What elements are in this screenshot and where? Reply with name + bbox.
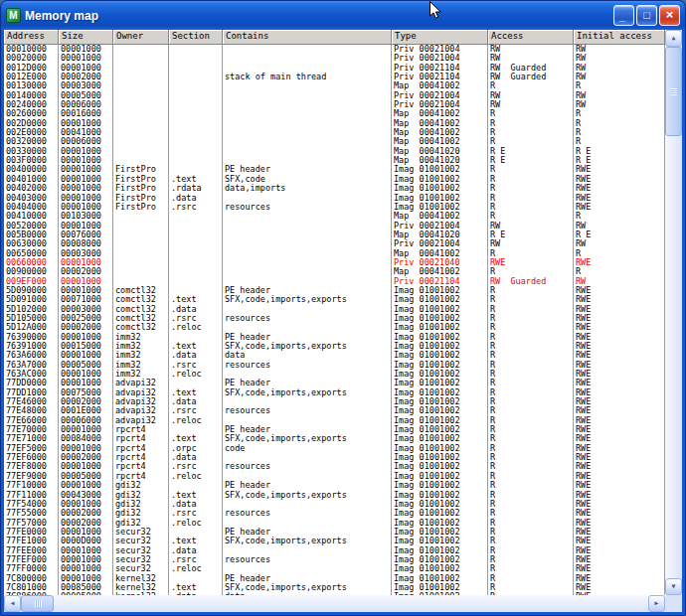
memory-row[interactable]: 7C801000 00085000 kernel32 .text SFX,cod… (4, 583, 665, 592)
memory-row[interactable]: 00260000 00016000 Map 00041002 R R (4, 109, 665, 118)
cell-type: Map 00041020 (392, 147, 488, 156)
cell-contains (223, 239, 392, 248)
column-header-address[interactable]: Address (4, 30, 59, 45)
cell-size: 00008000 (59, 239, 113, 248)
scroll-left-icon[interactable]: ◀ (4, 595, 21, 612)
cell-owner (113, 239, 169, 248)
column-header-owner[interactable]: Owner (113, 30, 169, 45)
memory-row[interactable]: 002E0000 00041000 Map 00041002 R R (4, 128, 665, 137)
memory-row[interactable]: 00410000 00103000 Map 00041002 R R (4, 212, 665, 221)
memory-row[interactable]: 77E70000 00001000 rpcrt4 PE header Imag … (4, 425, 665, 434)
scroll-right-icon[interactable]: ▶ (648, 595, 665, 612)
memory-row[interactable]: 77DD1000 00075000 advapi32 .text SFX,cod… (4, 388, 665, 397)
cell-section (169, 249, 223, 258)
memory-row[interactable]: 00020000 00001000 Priv 00021004 RW RW (4, 54, 665, 63)
memory-row[interactable]: 00400000 00001000 FirstPro PE header Ima… (4, 165, 665, 174)
cell-type: Imag 01001002 (392, 361, 488, 370)
horizontal-scrollbar-thumb[interactable] (21, 595, 54, 612)
memory-row[interactable]: 77EF9000 00005000 rpcrt4 .reloc Imag 010… (4, 472, 665, 481)
memory-row[interactable]: 00401000 00001000 FirstPro .text SFX,cod… (4, 175, 665, 184)
column-header-contains[interactable]: Contains (223, 30, 392, 45)
cell-size: 00001000 (59, 119, 113, 128)
memory-row[interactable]: 77EF8000 00001000 rpcrt4 .rsrc resources… (4, 462, 665, 471)
memory-row[interactable]: 5D12A000 00002000 comctl32 .reloc Imag 0… (4, 323, 665, 332)
memory-row[interactable]: 00320000 00006000 Map 00041002 R R (4, 137, 665, 146)
memory-row[interactable]: 00010000 00001000 Priv 00021004 RW RW (4, 45, 665, 54)
column-header-size[interactable]: Size (59, 30, 113, 45)
cell-contains: stack of main thread (223, 73, 392, 81)
cell-access: R (488, 555, 574, 564)
memory-row[interactable]: 00630000 00008000 Priv 00021004 RW RW (4, 239, 665, 248)
memory-row[interactable]: 5D091000 00071000 comctl32 .text SFX,cod… (4, 295, 665, 304)
memory-row[interactable]: 00660000 00001000 Priv 00021040 RWE RWE (4, 258, 665, 267)
memory-row[interactable]: 77FEF000 00001000 secur32 .rsrc resource… (4, 555, 665, 564)
memory-row[interactable]: 77F54000 00001000 gdi32 .data Imag 01001… (4, 500, 665, 509)
memory-row[interactable]: 009EF000 00001000 Priv 00021104 RW Guard… (4, 277, 665, 286)
memory-row[interactable]: 00240000 00006000 Priv 00021004 RW RW (4, 100, 665, 109)
memory-row[interactable]: 5D102000 00003000 comctl32 .data Imag 01… (4, 305, 665, 314)
memory-row[interactable]: 77F10000 00001000 gdi32 PE header Imag 0… (4, 481, 665, 490)
maximize-button[interactable]: □ (636, 5, 657, 26)
memory-row[interactable]: 00330000 00001000 Map 00041020 R E R E (4, 147, 665, 156)
memory-row[interactable]: 76390000 00001000 imm32 PE header Imag 0… (4, 333, 665, 342)
column-header-initial-access[interactable]: Initial access (574, 30, 665, 45)
cell-initial-access: RWE (574, 519, 665, 528)
cell-contains (223, 519, 392, 528)
memory-row[interactable]: 77F11000 00043000 gdi32 .text SFX,code,i… (4, 491, 665, 500)
memory-row[interactable]: 00404000 00001000 FirstPro .rsrc resourc… (4, 203, 665, 212)
cell-contains (223, 453, 392, 462)
memory-row[interactable]: 0012D000 00001000 Priv 00021104 RW Guard… (4, 64, 665, 73)
memory-row[interactable]: 00520000 00001000 Priv 00021004 RW RW (4, 222, 665, 231)
column-header-access[interactable]: Access (488, 30, 574, 45)
memory-row[interactable]: 00650000 00003000 Map 00041002 R R (4, 249, 665, 258)
column-header-type[interactable]: Type (392, 30, 488, 45)
memory-row[interactable]: 5D105000 00025000 comctl32 .rsrc resourc… (4, 314, 665, 323)
column-header-section[interactable]: Section (169, 30, 223, 45)
app-icon[interactable]: M (6, 8, 21, 23)
titlebar[interactable]: M Memory map _ □ × (1, 1, 685, 30)
memory-row[interactable]: 77F55000 00002000 gdi32 .rsrc resources … (4, 509, 665, 518)
memory-row[interactable]: 77E46000 00002000 advapi32 .data Imag 01… (4, 397, 665, 406)
close-button[interactable]: × (659, 5, 680, 26)
memory-row[interactable]: 77FEE000 00001000 secur32 .data Imag 010… (4, 546, 665, 555)
memory-row[interactable]: 005B0000 00076000 Map 00041020 R E R E (4, 231, 665, 239)
vertical-scrollbar-thumb[interactable] (665, 47, 682, 136)
memory-row[interactable]: 77E71000 00084000 rpcrt4 .text SFX,code,… (4, 434, 665, 443)
memory-row[interactable]: 763A6000 00001000 imm32 .data data Imag … (4, 351, 665, 360)
memory-row[interactable]: 00402000 00001000 FirstPro .rdata data,i… (4, 184, 665, 193)
scroll-up-icon[interactable]: ▲ (665, 30, 682, 47)
memory-row[interactable]: 5D090000 00001000 comctl32 PE header Ima… (4, 286, 665, 295)
memory-row[interactable]: 003F0000 00001000 Map 00041020 R E R E (4, 156, 665, 165)
cell-section (169, 222, 223, 231)
cell-type: Imag 01001002 (392, 481, 488, 490)
minimize-button[interactable]: _ (613, 5, 634, 26)
memory-row[interactable]: 7C800000 00001000 kernel32 PE header Ima… (4, 574, 665, 583)
cell-access: R E (488, 156, 574, 165)
cell-access: R (488, 574, 574, 583)
horizontal-scrollbar[interactable]: ◀ ▶ (4, 595, 665, 612)
memory-row[interactable]: 77DD0000 00001000 advapi32 PE header Ima… (4, 379, 665, 387)
vertical-scrollbar[interactable]: ▲ ▼ (665, 30, 682, 595)
memory-row[interactable]: 0012E000 00002000 stack of main thread P… (4, 73, 665, 81)
memory-row[interactable]: 77E48000 0001E000 advapi32 .rsrc resourc… (4, 406, 665, 415)
cell-access: RW (488, 239, 574, 248)
cell-access: RW (488, 91, 574, 100)
memory-row[interactable]: 77FF0000 00001000 secur32 .reloc Imag 01… (4, 564, 665, 573)
cell-size: 00001000 (59, 379, 113, 387)
memory-row[interactable]: 00403000 00001000 FirstPro .data Imag 01… (4, 194, 665, 203)
memory-row[interactable]: 00130000 00003000 Map 00041002 R R (4, 81, 665, 90)
scroll-down-icon[interactable]: ▼ (665, 578, 682, 595)
memory-row[interactable]: 77FE1000 0000D000 secur32 .text SFX,code… (4, 537, 665, 545)
memory-row[interactable]: 00140000 00005000 Priv 00021004 RW RW (4, 91, 665, 100)
memory-row[interactable]: 76391000 00015000 imm32 .text SFX,code,i… (4, 342, 665, 351)
memory-row[interactable]: 763AC000 00001000 imm32 .reloc Imag 0100… (4, 370, 665, 379)
memory-row[interactable]: 77E66000 00006000 advapi32 .reloc Imag 0… (4, 416, 665, 425)
memory-row[interactable]: 77EF5000 00001000 rpcrt4 .orpc code Imag… (4, 444, 665, 453)
memory-row[interactable]: 763A7000 00005000 imm32 .rsrc resources … (4, 361, 665, 370)
memory-row[interactable]: 77EF6000 00002000 rpcrt4 .data Imag 0100… (4, 453, 665, 462)
memory-row[interactable]: 77FE0000 00001000 secur32 PE header Imag… (4, 528, 665, 537)
cell-initial-access: RW (574, 239, 665, 248)
memory-row[interactable]: 77F57000 00002000 gdi32 .reloc Imag 0100… (4, 519, 665, 528)
memory-row[interactable]: 002D0000 00001000 Map 00041002 R R (4, 119, 665, 128)
memory-row[interactable]: 00900000 00002000 Map 00041002 R R (4, 267, 665, 276)
